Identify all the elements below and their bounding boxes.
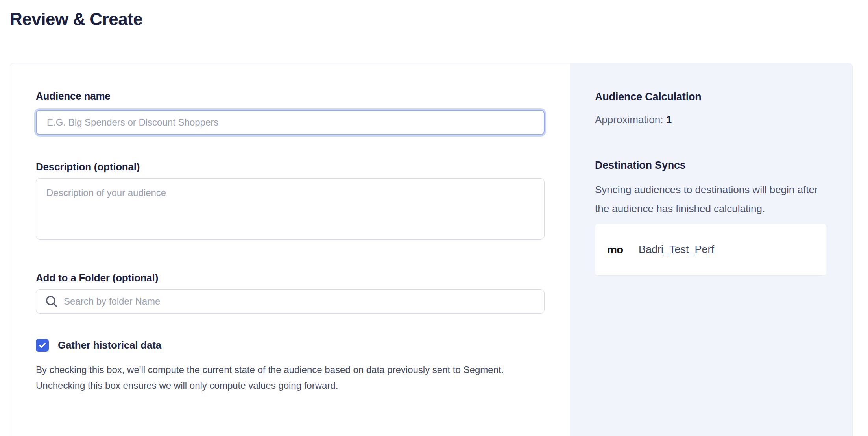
review-create-card: Audience name Description (optional) Add… <box>10 63 853 436</box>
gather-historical-checkbox[interactable] <box>36 339 49 352</box>
historical-help-text: By checking this box, we'll compute the … <box>36 362 545 394</box>
checkmark-icon <box>38 341 46 349</box>
summary-panel: Audience Calculation Approximation: 1 De… <box>570 63 852 436</box>
destination-name: Badri_Test_Perf <box>639 244 714 256</box>
folder-search-input[interactable] <box>36 289 545 314</box>
audience-form: Audience name Description (optional) Add… <box>10 63 570 436</box>
approximation-line: Approximation: 1 <box>595 113 826 126</box>
description-label: Description (optional) <box>36 161 545 173</box>
audience-calculation-title: Audience Calculation <box>595 91 826 103</box>
destination-sync-card: mo Badri_Test_Perf <box>595 224 826 276</box>
destination-logo-moengage: mo <box>607 244 623 256</box>
destination-syncs-title: Destination Syncs <box>595 159 826 172</box>
approximation-label: Approximation: <box>595 114 666 126</box>
gather-historical-label[interactable]: Gather historical data <box>58 339 161 351</box>
audience-name-label: Audience name <box>36 90 545 102</box>
description-textarea[interactable] <box>36 178 545 240</box>
audience-name-input[interactable] <box>36 110 545 135</box>
folder-search-field <box>36 289 545 314</box>
destination-syncs-description: Syncing audiences to destinations will b… <box>595 180 826 218</box>
folder-label: Add to a Folder (optional) <box>36 272 545 284</box>
page-title: Review & Create <box>10 9 868 30</box>
gather-historical-row: Gather historical data <box>36 339 545 352</box>
approximation-value: 1 <box>666 114 672 126</box>
